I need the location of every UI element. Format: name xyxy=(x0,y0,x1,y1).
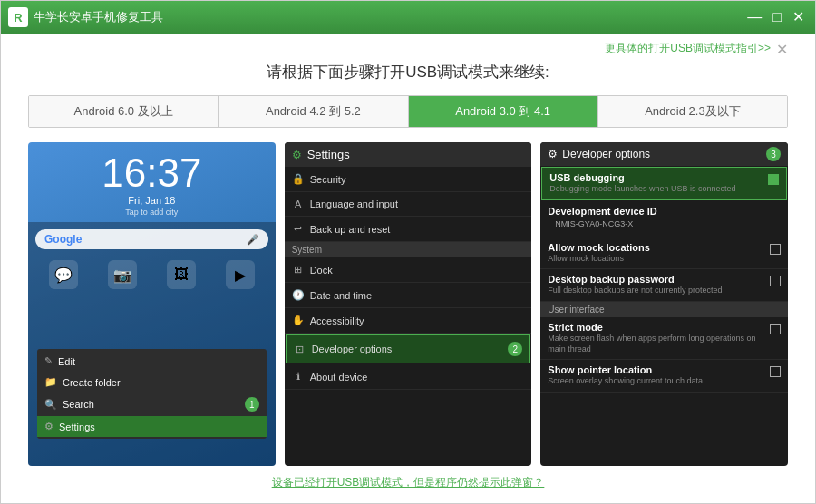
usb-debugging-checkbox xyxy=(768,174,779,185)
tab-android2[interactable]: Android 2.3及以下 xyxy=(598,96,787,127)
ctx-item-folder: 📁 Create folder xyxy=(37,372,267,393)
developer-badge: 2 xyxy=(508,342,522,356)
usb-guide-link[interactable]: 更具体的打开USB调试模式指引>> xyxy=(605,41,771,58)
dev-item-device-id: Development device ID NMIS-GYA0-NCG3-X xyxy=(540,201,788,237)
dev-item-backup-password: Desktop backup password Full desktop bac… xyxy=(540,269,788,302)
about-label: About device xyxy=(310,372,368,383)
window-controls: — □ ✕ xyxy=(743,10,808,24)
ctx-edit-label: Edit xyxy=(58,356,75,367)
app-icon-photos: 🖼 xyxy=(167,260,196,289)
strict-mode-sub: Make screen flash when apps perform long… xyxy=(548,334,766,354)
user-interface-section-label: User interface xyxy=(540,302,788,317)
settings-header-title: Settings xyxy=(307,148,350,161)
edit-icon: ✎ xyxy=(44,355,53,367)
accessibility-icon: ✋ xyxy=(292,315,305,326)
developer-label: Developer options xyxy=(312,344,393,354)
backup-password-sub: Full desktop backups are not currently p… xyxy=(548,286,722,296)
developer-options-header: ⚙ Developer options 3 xyxy=(540,142,788,166)
developer-header-title: Developer options xyxy=(562,148,650,160)
backup-icon: ↩ xyxy=(292,223,305,235)
app-icon-chat: 💬 xyxy=(49,260,78,289)
datetime-icon: 🕐 xyxy=(292,289,305,301)
mock-locations-checkbox xyxy=(770,244,781,255)
ctx-item-search: 🔍 Search 1 xyxy=(37,393,267,416)
settings-gear-icon: ⚙ xyxy=(292,149,302,161)
strict-mode-checkbox xyxy=(770,324,781,334)
app-icons-row: 💬 📷 🖼 ▶ xyxy=(28,257,276,293)
dialog-close-button[interactable]: ✕ xyxy=(776,41,788,58)
system-section-label: System xyxy=(285,242,532,257)
folder-icon: 📁 xyxy=(44,376,57,388)
app-icon-camera: 📷 xyxy=(108,260,137,289)
app-logo: R xyxy=(8,7,28,27)
search-icon: 🔍 xyxy=(44,399,57,411)
clock-area: 16:37 Fri, Jan 18 Tap to add city xyxy=(28,142,276,222)
security-label: Security xyxy=(310,174,346,185)
backup-password-checkbox xyxy=(770,276,781,286)
device-id-title: Development device ID xyxy=(548,206,781,217)
ctx-item-settings: ⚙ Settings xyxy=(37,416,267,437)
settings-item-accessibility: ✋ Accessibility xyxy=(285,308,532,334)
tab-android3[interactable]: Android 3.0 到 4.1 xyxy=(409,96,598,127)
dev-item-strict-mode: Strict mode Make screen flash when apps … xyxy=(540,317,788,360)
language-label: Language and input xyxy=(310,199,398,209)
clock-tap-text: Tap to add city xyxy=(37,208,267,217)
device-id-value: NMIS-GYA0-NCG3-X xyxy=(548,217,781,232)
phone-screen-3: ⚙ Developer options 3 USB debugging Debu… xyxy=(540,142,788,466)
dock-icon: ⊞ xyxy=(292,264,305,276)
settings-icon: ⚙ xyxy=(44,421,53,432)
strict-mode-title: Strict mode xyxy=(548,322,766,333)
about-icon: ℹ xyxy=(292,371,305,383)
bottom-hint-link[interactable]: 设备已经打开USB调试模式，但是程序仍然提示此弹窗？ xyxy=(28,466,788,494)
ctx-item-edit: ✎ Edit xyxy=(37,351,267,372)
dock-label: Dock xyxy=(310,265,333,276)
developer-icon: ⊡ xyxy=(294,344,306,355)
google-search-bar: Google 🎤 xyxy=(35,229,268,249)
maximize-button[interactable]: □ xyxy=(769,10,785,24)
security-icon: 🔒 xyxy=(292,173,305,185)
app-icon-play: ▶ xyxy=(226,260,255,289)
close-button[interactable]: ✕ xyxy=(789,10,808,24)
clock-time: 16:37 xyxy=(37,153,267,193)
tab-android6[interactable]: Android 6.0 及以上 xyxy=(29,96,219,127)
clock-date: Fri, Jan 18 xyxy=(37,195,267,206)
mock-locations-sub: Allow mock locations xyxy=(548,254,649,265)
pointer-location-checkbox xyxy=(770,366,781,377)
screenshots-row: 16:37 Fri, Jan 18 Tap to add city Google… xyxy=(28,142,788,466)
app-title: 牛学长安卓手机修复工具 xyxy=(34,9,743,25)
main-window: R 牛学长安卓手机修复工具 — □ ✕ 更具体的打开USB调试模式指引>> ✕ … xyxy=(0,0,816,504)
ctx-settings-label: Settings xyxy=(59,422,95,432)
title-bar: R 牛学长安卓手机修复工具 — □ ✕ xyxy=(1,1,815,34)
settings-item-developer: ⊡ Developer options 2 xyxy=(286,334,531,363)
developer-header-badge: 3 xyxy=(766,147,781,161)
dev-item-pointer-location: Show pointer location Screen overlay sho… xyxy=(540,360,788,393)
search-badge: 1 xyxy=(245,397,259,412)
dev-item-usb-debugging: USB debugging Debugging mode launches wh… xyxy=(541,167,787,200)
backup-label: Back up and reset xyxy=(310,224,391,235)
phone1-bottom: Google 🎤 💬 📷 🖼 ▶ ✎ Edit xyxy=(28,222,276,466)
tab-android4[interactable]: Android 4.2 到 5.2 xyxy=(219,96,408,127)
pointer-location-sub: Screen overlay showing current touch dat… xyxy=(548,376,703,387)
settings-item-backup: ↩ Back up and reset xyxy=(285,217,532,242)
accessibility-label: Accessibility xyxy=(310,315,364,326)
top-link-bar: 更具体的打开USB调试模式指引>> ✕ xyxy=(28,34,788,62)
dev-item-mock-locations: Allow mock locations Allow mock location… xyxy=(540,237,788,270)
mock-locations-title: Allow mock locations xyxy=(548,242,649,253)
android-version-tabs: Android 6.0 及以上 Android 4.2 到 5.2 Androi… xyxy=(28,95,788,128)
minimize-button[interactable]: — xyxy=(743,10,765,24)
pointer-location-title: Show pointer location xyxy=(548,364,703,375)
phone-screen-1: 16:37 Fri, Jan 18 Tap to add city Google… xyxy=(28,142,276,466)
usb-debugging-sub: Debugging mode launches when USB is conn… xyxy=(549,184,735,195)
settings-item-about: ℹ About device xyxy=(285,364,532,390)
language-icon: A xyxy=(292,199,305,209)
main-instruction-title: 请根据下面步骤打开USB调试模式来继续: xyxy=(28,62,788,82)
ctx-folder-label: Create folder xyxy=(63,377,121,388)
settings-item-language: A Language and input xyxy=(285,192,532,217)
phone-screen-2: ⚙ Settings 🔒 Security A Language and inp… xyxy=(285,142,532,466)
backup-password-title: Desktop backup password xyxy=(548,274,722,285)
context-menu: ✎ Edit 📁 Create folder 🔍 Search 1 xyxy=(37,349,267,439)
usb-debugging-title: USB debugging xyxy=(549,172,735,183)
google-logo: Google xyxy=(44,233,82,246)
mic-icon: 🎤 xyxy=(247,234,259,246)
settings-item-security: 🔒 Security xyxy=(285,167,532,192)
